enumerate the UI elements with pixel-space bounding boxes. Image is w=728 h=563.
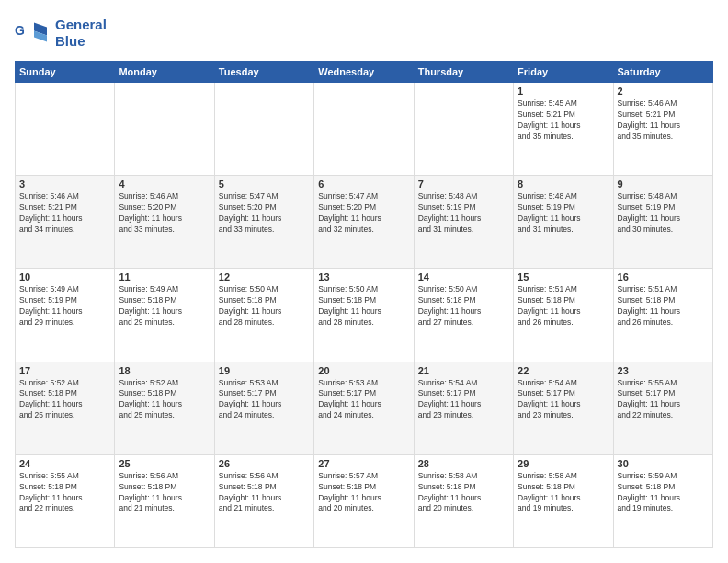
svg-text:G: G: [15, 23, 25, 38]
calendar-cell: 4Sunrise: 5:46 AM Sunset: 5:20 PM Daylig…: [115, 176, 214, 269]
calendar-week-row: 17Sunrise: 5:52 AM Sunset: 5:18 PM Dayli…: [16, 362, 713, 454]
header: G General Blue: [15, 15, 713, 52]
day-info: Sunrise: 5:48 AM Sunset: 5:19 PM Dayligh…: [518, 191, 609, 236]
day-number: 29: [518, 458, 609, 469]
calendar-cell: 12Sunrise: 5:50 AM Sunset: 5:18 PM Dayli…: [214, 269, 313, 362]
day-info: Sunrise: 5:50 AM Sunset: 5:18 PM Dayligh…: [418, 284, 509, 328]
day-info: Sunrise: 5:48 AM Sunset: 5:19 PM Dayligh…: [418, 191, 509, 236]
calendar-week-row: 24Sunrise: 5:55 AM Sunset: 5:18 PM Dayli…: [16, 454, 713, 547]
calendar-table: SundayMondayTuesdayWednesdayThursdayFrid…: [15, 61, 713, 548]
calendar-cell: 8Sunrise: 5:48 AM Sunset: 5:19 PM Daylig…: [514, 176, 613, 269]
day-info: Sunrise: 5:54 AM Sunset: 5:17 PM Dayligh…: [418, 378, 509, 422]
day-number: 9: [618, 178, 709, 190]
calendar-cell: 21Sunrise: 5:54 AM Sunset: 5:17 PM Dayli…: [414, 362, 513, 454]
day-info: Sunrise: 5:51 AM Sunset: 5:18 PM Dayligh…: [618, 284, 709, 328]
calendar-cell: 30Sunrise: 5:59 AM Sunset: 5:18 PM Dayli…: [613, 454, 712, 547]
day-number: 10: [19, 271, 110, 282]
calendar-cell: 18Sunrise: 5:52 AM Sunset: 5:18 PM Dayli…: [115, 362, 214, 454]
day-number: 12: [219, 271, 310, 282]
day-number: 2: [618, 86, 709, 97]
day-number: 1: [518, 86, 609, 97]
day-info: Sunrise: 5:47 AM Sunset: 5:20 PM Dayligh…: [219, 191, 310, 236]
day-info: Sunrise: 5:50 AM Sunset: 5:18 PM Dayligh…: [318, 284, 409, 328]
day-number: 19: [219, 365, 310, 376]
calendar-cell: 5Sunrise: 5:47 AM Sunset: 5:20 PM Daylig…: [214, 176, 313, 269]
calendar-cell: 13Sunrise: 5:50 AM Sunset: 5:18 PM Dayli…: [314, 269, 414, 362]
day-info: Sunrise: 5:53 AM Sunset: 5:17 PM Dayligh…: [318, 378, 409, 422]
day-info: Sunrise: 5:57 AM Sunset: 5:18 PM Dayligh…: [318, 471, 409, 515]
calendar-cell: [16, 83, 115, 176]
day-info: Sunrise: 5:51 AM Sunset: 5:18 PM Dayligh…: [518, 284, 609, 328]
day-info: Sunrise: 5:52 AM Sunset: 5:18 PM Dayligh…: [19, 378, 110, 422]
day-number: 26: [219, 458, 310, 469]
day-number: 8: [518, 178, 609, 190]
day-info: Sunrise: 5:46 AM Sunset: 5:20 PM Dayligh…: [119, 191, 210, 236]
day-info: Sunrise: 5:47 AM Sunset: 5:20 PM Dayligh…: [318, 191, 409, 236]
day-number: 16: [618, 271, 709, 282]
calendar-cell: 3Sunrise: 5:46 AM Sunset: 5:21 PM Daylig…: [16, 176, 115, 269]
page: G General Blue SundayMondayTuesdayWednes…: [0, 0, 728, 563]
day-number: 13: [318, 271, 409, 282]
day-header-friday: Friday: [514, 62, 613, 83]
calendar-cell: 23Sunrise: 5:55 AM Sunset: 5:17 PM Dayli…: [613, 362, 712, 454]
day-info: Sunrise: 5:55 AM Sunset: 5:18 PM Dayligh…: [19, 471, 110, 515]
logo: G General Blue: [15, 15, 107, 52]
day-number: 5: [219, 178, 310, 190]
day-info: Sunrise: 5:55 AM Sunset: 5:17 PM Dayligh…: [618, 378, 709, 422]
day-info: Sunrise: 5:48 AM Sunset: 5:19 PM Dayligh…: [618, 191, 709, 236]
calendar-cell: 2Sunrise: 5:46 AM Sunset: 5:21 PM Daylig…: [613, 83, 712, 176]
calendar-cell: 24Sunrise: 5:55 AM Sunset: 5:18 PM Dayli…: [16, 454, 115, 547]
day-number: 17: [19, 365, 110, 376]
day-header-sunday: Sunday: [16, 62, 115, 83]
day-info: Sunrise: 5:53 AM Sunset: 5:17 PM Dayligh…: [219, 378, 310, 422]
calendar-cell: 10Sunrise: 5:49 AM Sunset: 5:19 PM Dayli…: [16, 269, 115, 362]
calendar-cell: 17Sunrise: 5:52 AM Sunset: 5:18 PM Dayli…: [16, 362, 115, 454]
day-info: Sunrise: 5:50 AM Sunset: 5:18 PM Dayligh…: [219, 284, 310, 328]
calendar-cell: 1Sunrise: 5:45 AM Sunset: 5:21 PM Daylig…: [514, 83, 613, 176]
calendar-cell: 11Sunrise: 5:49 AM Sunset: 5:18 PM Dayli…: [115, 269, 214, 362]
calendar-cell: 26Sunrise: 5:56 AM Sunset: 5:18 PM Dayli…: [214, 454, 313, 547]
day-number: 20: [318, 365, 409, 376]
calendar-cell: 19Sunrise: 5:53 AM Sunset: 5:17 PM Dayli…: [214, 362, 313, 454]
calendar-week-row: 1Sunrise: 5:45 AM Sunset: 5:21 PM Daylig…: [16, 83, 713, 176]
logo-general: General: [55, 17, 107, 33]
day-header-wednesday: Wednesday: [314, 62, 414, 83]
day-number: 3: [19, 178, 110, 190]
calendar-cell: 20Sunrise: 5:53 AM Sunset: 5:17 PM Dayli…: [314, 362, 414, 454]
calendar-header-row: SundayMondayTuesdayWednesdayThursdayFrid…: [16, 62, 713, 83]
logo-svg: G: [15, 15, 51, 52]
day-number: 23: [618, 365, 709, 376]
day-header-tuesday: Tuesday: [214, 62, 313, 83]
calendar-cell: [214, 83, 313, 176]
day-info: Sunrise: 5:49 AM Sunset: 5:18 PM Dayligh…: [119, 284, 210, 328]
day-number: 15: [518, 271, 609, 282]
day-info: Sunrise: 5:58 AM Sunset: 5:18 PM Dayligh…: [418, 471, 509, 515]
day-header-thursday: Thursday: [414, 62, 513, 83]
calendar-cell: 9Sunrise: 5:48 AM Sunset: 5:19 PM Daylig…: [613, 176, 712, 269]
calendar-cell: 27Sunrise: 5:57 AM Sunset: 5:18 PM Dayli…: [314, 454, 414, 547]
day-number: 25: [119, 458, 210, 469]
day-info: Sunrise: 5:45 AM Sunset: 5:21 PM Dayligh…: [518, 98, 609, 143]
day-info: Sunrise: 5:59 AM Sunset: 5:18 PM Dayligh…: [618, 471, 709, 515]
day-info: Sunrise: 5:49 AM Sunset: 5:19 PM Dayligh…: [19, 284, 110, 328]
day-number: 24: [19, 458, 110, 469]
day-info: Sunrise: 5:54 AM Sunset: 5:17 PM Dayligh…: [518, 378, 609, 422]
day-number: 4: [119, 178, 210, 190]
calendar-cell: 16Sunrise: 5:51 AM Sunset: 5:18 PM Dayli…: [613, 269, 712, 362]
calendar-cell: 7Sunrise: 5:48 AM Sunset: 5:19 PM Daylig…: [414, 176, 513, 269]
calendar-week-row: 3Sunrise: 5:46 AM Sunset: 5:21 PM Daylig…: [16, 176, 713, 269]
day-info: Sunrise: 5:52 AM Sunset: 5:18 PM Dayligh…: [119, 378, 210, 422]
calendar-cell: 29Sunrise: 5:58 AM Sunset: 5:18 PM Dayli…: [514, 454, 613, 547]
calendar-cell: 28Sunrise: 5:58 AM Sunset: 5:18 PM Dayli…: [414, 454, 513, 547]
day-number: 21: [418, 365, 509, 376]
calendar-week-row: 10Sunrise: 5:49 AM Sunset: 5:19 PM Dayli…: [16, 269, 713, 362]
day-number: 27: [318, 458, 409, 469]
day-info: Sunrise: 5:56 AM Sunset: 5:18 PM Dayligh…: [119, 471, 210, 515]
day-number: 18: [119, 365, 210, 376]
calendar-cell: [115, 83, 214, 176]
day-info: Sunrise: 5:46 AM Sunset: 5:21 PM Dayligh…: [618, 98, 709, 143]
calendar-cell: 14Sunrise: 5:50 AM Sunset: 5:18 PM Dayli…: [414, 269, 513, 362]
day-info: Sunrise: 5:46 AM Sunset: 5:21 PM Dayligh…: [19, 191, 110, 236]
calendar-cell: [314, 83, 414, 176]
calendar-cell: 15Sunrise: 5:51 AM Sunset: 5:18 PM Dayli…: [514, 269, 613, 362]
